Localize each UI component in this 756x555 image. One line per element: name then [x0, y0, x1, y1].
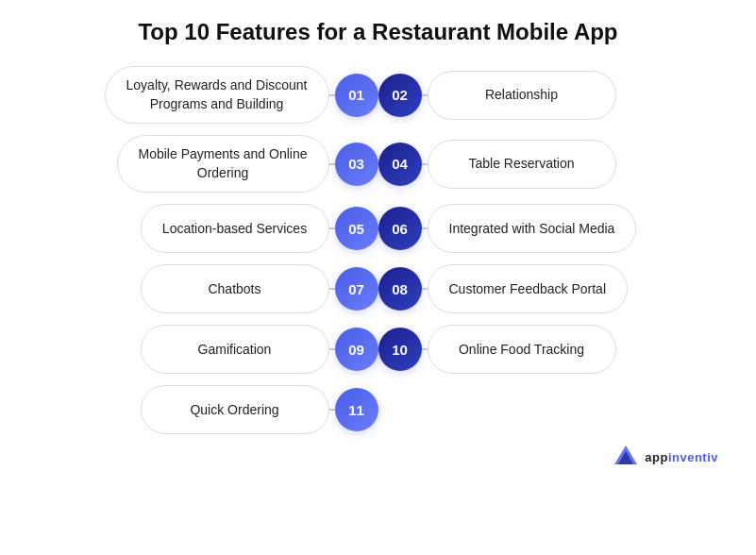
logo-area: appinventiv: [28, 444, 728, 470]
badge-03: 03: [335, 143, 378, 186]
feature-pill-07: Chatbots: [141, 264, 329, 313]
feature-item-right-1: 04Table Reservation: [378, 135, 729, 193]
features-grid: Loyalty, Rewards and Discount Programs a…: [28, 66, 728, 434]
feature-item-left-0: Loyalty, Rewards and Discount Programs a…: [28, 66, 378, 124]
feature-item-right-0: 02Relationship: [378, 66, 729, 124]
badge-04: 04: [378, 143, 422, 186]
feature-pill-09: Gamification: [141, 325, 329, 374]
feature-item-left-3: Chatbots07: [28, 264, 378, 313]
feature-pill-01: Loyalty, Rewards and Discount Programs a…: [105, 66, 329, 124]
badge-09: 09: [335, 328, 378, 371]
badge-06: 06: [378, 207, 422, 250]
badge-11: 11: [335, 388, 378, 431]
feature-item-right-5: [378, 385, 729, 434]
feature-item-left-4: Gamification09: [28, 325, 378, 374]
feature-item-right-4: 10Online Food Tracking: [378, 325, 729, 374]
feature-pill-02: Relationship: [428, 71, 616, 120]
feature-pill-03: Mobile Payments and Online Ordering: [117, 135, 329, 193]
feature-item-left-1: Mobile Payments and Online Ordering03: [28, 135, 378, 193]
feature-item-right-3: 08Customer Feedback Portal: [378, 264, 729, 313]
badge-01: 01: [335, 74, 378, 117]
feature-item-left-5: Quick Ordering11: [28, 385, 378, 434]
badge-10: 10: [378, 328, 422, 371]
badge-05: 05: [335, 207, 378, 250]
feature-item-right-2: 06Integrated with Social Media: [378, 204, 729, 253]
logo-text: appinventiv: [645, 450, 718, 464]
feature-pill-04: Table Reservation: [428, 140, 616, 189]
appinventiv-logo-icon: [613, 444, 639, 470]
feature-pill-11: Quick Ordering: [141, 385, 329, 434]
feature-pill-06: Integrated with Social Media: [428, 204, 637, 253]
badge-02: 02: [378, 74, 422, 117]
badge-08: 08: [378, 267, 422, 311]
feature-pill-10: Online Food Tracking: [428, 325, 616, 374]
badge-07: 07: [335, 267, 378, 311]
feature-pill-05: Location-based Services: [141, 204, 329, 253]
feature-pill-08: Customer Feedback Portal: [428, 264, 629, 313]
feature-item-left-2: Location-based Services05: [28, 204, 378, 253]
page-title: Top 10 Features for a Restaurant Mobile …: [28, 19, 728, 45]
